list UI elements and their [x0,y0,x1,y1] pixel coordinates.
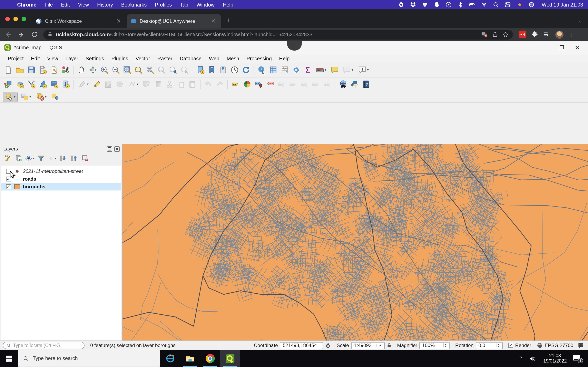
layer-visibility-checkbox[interactable]: ✓ [6,184,11,189]
new-geopackage-layer[interactable]: ★ [14,79,25,90]
macos-menu-profiles[interactable]: Profiles [151,2,176,8]
tray-expand-chevron-icon[interactable]: ⌃ [519,356,523,361]
media-blocked-icon[interactable] [481,31,488,38]
qgis-menu-settings[interactable]: Settings [82,56,108,61]
deselect-features-from-all-layers[interactable]: ▾ [34,92,49,102]
select-features[interactable]: ▾ [3,92,17,102]
text-annotation-dropdown[interactable]: ▾ [367,68,369,72]
tab-close-button[interactable]: ✕ [209,18,217,24]
text-annotation[interactable]: T▾ [356,65,371,75]
qgis-close-button[interactable]: ✕ [575,44,580,51]
shield-icon[interactable] [422,2,428,8]
render-checkbox[interactable]: ✓ [508,343,513,348]
windows-start-button[interactable] [0,350,18,367]
save-project[interactable] [26,65,36,75]
qgis-menu-help[interactable]: Help [276,56,293,61]
qgis-restore-button[interactable]: ❐ [559,44,564,50]
qgis-menu-mesh[interactable]: Mesh [223,56,243,61]
scale-combo[interactable]: 1:49093▼ [351,342,384,349]
bookmark-manager[interactable] [218,65,228,75]
qgis-menu-processing[interactable]: Processing [243,56,276,61]
show-statistics[interactable]: Σ [302,65,313,75]
wifi-icon[interactable] [481,2,487,8]
magnifier-spinbox[interactable]: 100%▲▼ [419,342,450,349]
coordinate-extent-toggle-icon[interactable] [325,342,331,348]
manage-map-themes[interactable]: ▾ [25,154,34,163]
menubar-clock[interactable]: Wed 19 Jan 21:03 [542,2,583,8]
style-manager[interactable]: a [60,65,71,75]
control-center-icon[interactable] [505,2,511,8]
zoom-to-selection[interactable] [133,65,144,75]
toggle-editing[interactable] [91,79,102,90]
profile-avatar[interactable] [555,30,563,39]
statistical-summary[interactable] [279,65,290,75]
taskbar-chrome-icon[interactable] [200,350,220,367]
collapse-all[interactable] [69,154,78,163]
add-group[interactable] [14,154,23,163]
spotlight-icon[interactable] [493,2,499,8]
macos-menu-tab[interactable]: Tab [176,2,192,8]
bluetooth-icon[interactable] [457,2,463,8]
macos-menu-file[interactable]: File [40,2,57,8]
browser-tab-2[interactable]: Desktop@UCL Anywhere✕ [127,14,221,28]
play-circle-icon[interactable] [445,2,452,8]
remove-layer-group[interactable] [80,154,89,163]
tab-search-chevron-icon[interactable]: ⌄ [579,18,582,24]
qgis-menu-database[interactable]: Database [176,56,205,61]
layer-item-2021-11-metropolitan-street[interactable]: 2021-11-metropolitan-street [1,167,121,175]
new-spatialite-layer[interactable]: ★ [37,79,48,90]
qgis-menu-layer[interactable]: Layer [62,56,82,61]
layer-diagram-options[interactable] [242,79,252,90]
metasearch[interactable] [338,79,348,90]
deselect-features-from-all-layers-dropdown[interactable]: ▾ [45,95,47,99]
macos-menu-bookmarks[interactable]: Bookmarks [117,2,151,8]
tray-clock[interactable]: 21:03 19/01/2022 [543,353,567,364]
layers-panel-close-button[interactable]: ✕ [114,146,120,151]
qgis-menu-project[interactable]: Project [4,56,27,61]
dropbox-icon[interactable] [410,2,416,8]
taskbar-internet-explorer-icon[interactable] [160,350,180,367]
back-button[interactable] [3,30,13,39]
macos-menu-window[interactable]: Window [192,2,219,8]
map-tips[interactable] [329,65,340,75]
python-console[interactable] [349,79,360,90]
new-virtual-layer[interactable]: ★ [49,79,59,90]
manage-map-themes-dropdown[interactable]: ▾ [33,156,34,160]
layer-labeling-options[interactable]: abc [230,79,241,90]
select-features-by-value[interactable]: ▾ [18,92,33,102]
bookmark-star-icon[interactable] [502,31,509,38]
select-by-location[interactable] [49,92,60,102]
measure-line[interactable]: ▾ [314,65,328,75]
epsg-crs-button[interactable]: EPSG:27700 [545,342,573,348]
macos-menu-edit[interactable]: Edit [57,2,74,8]
open-attribute-table[interactable] [268,65,278,75]
scale-lock-icon[interactable] [387,343,391,348]
new-print-layout[interactable]: ★ [37,65,48,75]
open-layer-styling-panel[interactable] [3,154,12,163]
extensions-puzzle-icon[interactable] [531,31,538,38]
macos-menu-view[interactable]: View [74,2,93,8]
record-icon[interactable] [398,2,404,8]
lastpass-extension-icon[interactable]: •••| [519,31,526,38]
select-features-dropdown[interactable]: ▾ [14,95,16,99]
tab-close-button[interactable]: ✕ [115,18,122,24]
refresh-map[interactable] [241,65,251,75]
help-contents[interactable]: ? [361,79,371,90]
pan-to-selection[interactable] [87,65,98,75]
layer-item-roads[interactable]: ✓roads [1,175,121,183]
media-playlist-icon[interactable] [543,31,550,38]
new-shapefile-layer[interactable]: ★ [26,79,36,90]
qgis-menu-edit[interactable]: Edit [27,56,43,61]
measure-line-dropdown[interactable]: ▾ [325,68,326,72]
macos-menu-chrome[interactable]: Chrome [13,2,40,8]
zoom-window-button[interactable] [22,17,26,21]
tray-volume-icon[interactable] [529,355,537,361]
open-data-source-manager[interactable] [3,79,13,90]
zoom-in[interactable] [99,65,109,75]
locate-search-input[interactable]: Type to locate (Ctrl+K) [3,342,85,349]
tray-notification-icon[interactable]: 1 [573,355,582,362]
battery-icon[interactable] [469,2,475,8]
macos-menu-help[interactable]: Help [219,2,237,8]
share-icon[interactable] [492,31,498,38]
coordinate-input[interactable]: 521493,186454 [280,342,323,349]
